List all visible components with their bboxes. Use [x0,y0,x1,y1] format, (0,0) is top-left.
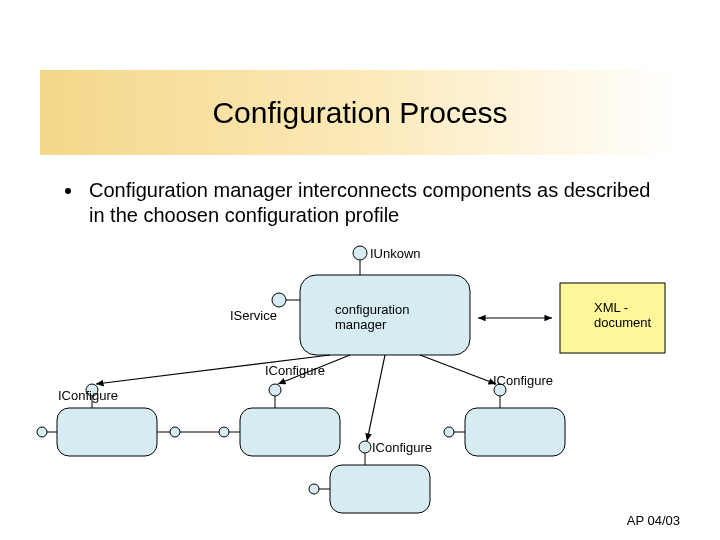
label-config-manager: configuration manager [335,303,435,333]
diagram-svg [0,0,720,540]
left-side-port-icon [37,427,47,437]
label-iconfigure-bottom: IConfigure [372,440,432,455]
label-iunknown: IUnkown [370,246,421,261]
bottom-side-port-icon [309,484,319,494]
label-iconfigure-upper: IConfigure [265,363,325,378]
label-xmldoc-l1: XML - [594,300,628,315]
component-mid-box [240,408,340,456]
footer-text: AP 04/03 [627,513,680,528]
svg-line-14 [420,355,496,384]
iservice-port-icon [272,293,286,307]
component-bottom-box [330,465,430,513]
iunknown-port-icon [353,246,367,260]
svg-line-15 [367,355,385,441]
component-right-box [465,408,565,456]
label-iservice: IService [230,308,277,323]
bottom-top-port-icon [359,441,371,453]
label-iconfigure-left: IConfigure [58,388,118,403]
mid-side-port-icon [219,427,229,437]
label-xmldoc-l2: document [594,315,651,330]
right-side-port-icon [444,427,454,437]
label-iconfigure-right: IConfigure [493,373,553,388]
left-right-port-icon [170,427,180,437]
component-left-box [57,408,157,456]
mid-top-port-icon [269,384,281,396]
